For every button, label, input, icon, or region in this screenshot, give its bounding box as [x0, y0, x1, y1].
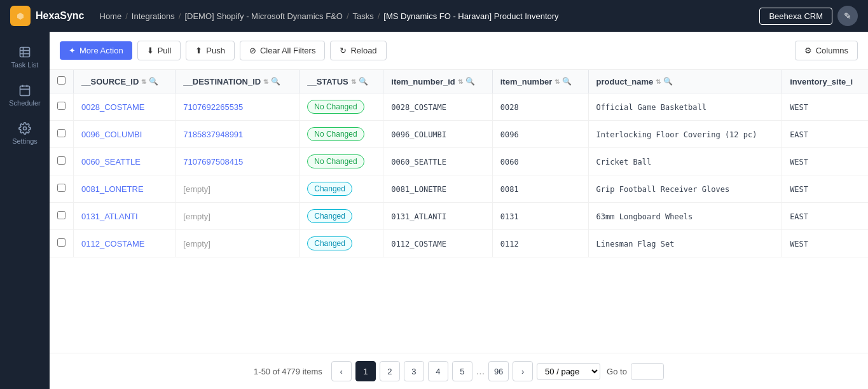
sort-item-number-icon[interactable]: ⇅ — [555, 78, 560, 85]
sidebar-item-tasklist[interactable]: Task List — [3, 39, 46, 75]
source-id-value[interactable]: 0131_ATLANTI — [81, 212, 138, 221]
row-checkbox[interactable] — [57, 102, 65, 110]
user-avatar[interactable]: ✎ — [837, 6, 858, 26]
row-checkbox[interactable] — [57, 129, 65, 137]
item-number-cell: 0060 — [492, 148, 588, 175]
sort-item-number-id-icon[interactable]: ⇅ — [458, 78, 463, 85]
reload-button[interactable]: ↻ Reload — [330, 41, 386, 60]
product-name-value: Cricket Ball — [596, 158, 652, 167]
page-2-button[interactable]: 2 — [380, 361, 400, 381]
item-number-value: 0028 — [500, 103, 519, 112]
search-source-id-icon[interactable]: 🔍 — [149, 77, 158, 86]
page-3-button[interactable]: 3 — [404, 361, 424, 381]
item-number-value: 0131 — [500, 212, 519, 221]
destination-id[interactable]: 7107697508415 — [183, 157, 243, 167]
inventory-site-value: EAST — [790, 130, 808, 139]
clear-all-filters-button[interactable]: ⊘ Clear All Filters — [240, 41, 325, 60]
status-cell: No Changed — [300, 121, 383, 148]
row-checkbox-cell — [50, 121, 74, 148]
item-number-cell: 0028 — [492, 93, 588, 121]
push-button[interactable]: ⬆ Push — [186, 41, 235, 60]
sidebar-item-scheduler[interactable]: Scheduler — [3, 78, 46, 113]
sort-status-icon[interactable]: ⇅ — [351, 78, 356, 85]
destination-id[interactable]: 7185837948991 — [183, 130, 243, 139]
page-1-button[interactable]: 1 — [355, 361, 376, 381]
select-all-checkbox[interactable] — [57, 76, 65, 85]
breadcrumb-current: [MS Dynamics FO - Haravan] Product Inven… — [383, 11, 558, 21]
breadcrumb-demo[interactable]: [DEMO] Shopify - Microsoft Dynamics F&O — [184, 11, 343, 21]
item-number-id-value: 0112_COSTAME — [391, 240, 446, 249]
logo[interactable]: HexaSync — [10, 6, 85, 26]
header-checkbox-col — [50, 70, 74, 93]
source-id-value[interactable]: 0081_LONETRE — [81, 184, 144, 194]
item-number-id-cell: 0112_COSTAME — [383, 230, 492, 257]
next-page-button[interactable]: › — [513, 361, 533, 381]
reload-icon: ↻ — [340, 46, 347, 55]
breadcrumb-integrations[interactable]: Integrations — [132, 11, 175, 21]
search-destination-id-icon[interactable]: 🔍 — [271, 77, 280, 86]
pagination-bar: 1-50 of 4779 items ‹ 1 2 3 4 5 ... 96 › … — [50, 353, 868, 389]
inventory-site-cell: WEST — [782, 93, 868, 121]
source-id-value[interactable]: 0096_COLUMBI — [81, 130, 142, 139]
main-content: ✦ More Action ⬇ Pull ⬆ Push ⊘ Clear All … — [50, 32, 868, 389]
tasklist-icon — [18, 46, 31, 58]
table-row: 0131_ATLANTI [empty] Changed 0131_ATLANT… — [50, 203, 868, 230]
columns-button[interactable]: ⚙ Columns — [795, 41, 858, 60]
breadcrumb-tasks[interactable]: Tasks — [353, 11, 374, 21]
source-id-value[interactable]: 0028_COSTAME — [81, 102, 144, 112]
breadcrumb-home[interactable]: Home — [100, 11, 122, 21]
crm-button[interactable]: Beehexa CRM — [759, 8, 832, 25]
header-item-number: item_number ⇅ 🔍 — [492, 70, 588, 93]
header-product-name: product_name ⇅ 🔍 — [588, 70, 782, 93]
row-checkbox[interactable] — [57, 184, 65, 192]
row-checkbox[interactable] — [57, 238, 65, 247]
more-action-button[interactable]: ✦ More Action — [60, 41, 132, 60]
pull-button[interactable]: ⬇ Pull — [137, 41, 181, 60]
item-number-id-value: 0060_SEATTLE — [391, 158, 446, 167]
topnav-right: Beehexa CRM ✎ — [759, 6, 858, 26]
prev-page-button[interactable]: ‹ — [331, 361, 352, 381]
inventory-site-value: WEST — [790, 103, 808, 112]
destination-id-cell: 7185837948991 — [176, 121, 300, 148]
row-checkbox-cell — [50, 148, 74, 175]
per-page-select[interactable]: 50 / page 100 / page 200 / page — [537, 363, 600, 380]
item-number-id-value: 0096_COLUMBI — [391, 130, 446, 139]
destination-id: [empty] — [183, 184, 210, 194]
search-item-number-id-icon[interactable]: 🔍 — [465, 77, 475, 86]
pull-icon: ⬇ — [147, 46, 154, 55]
sort-product-name-icon[interactable]: ⇅ — [656, 78, 661, 85]
source-id-value[interactable]: 0112_COSTAME — [81, 239, 144, 249]
page-5-button[interactable]: 5 — [452, 361, 472, 381]
source-id-value[interactable]: 0060_SEATTLE — [81, 157, 141, 167]
last-page-button[interactable]: 96 — [488, 361, 509, 381]
table-wrapper: __SOURCE_ID ⇅ 🔍 __DESTINATION_ID ⇅ 🔍 — [50, 70, 868, 353]
search-status-icon[interactable]: 🔍 — [359, 77, 368, 86]
search-product-name-icon[interactable]: 🔍 — [663, 77, 673, 86]
inventory-site-value: WEST — [790, 158, 808, 167]
search-item-number-icon[interactable]: 🔍 — [562, 77, 572, 86]
page-4-button[interactable]: 4 — [428, 361, 448, 381]
inventory-site-value: EAST — [790, 212, 808, 221]
status-badge: Changed — [307, 182, 352, 196]
status-badge: Changed — [307, 209, 352, 223]
pagination-info: 1-50 of 4779 items — [254, 367, 322, 376]
item-number-id-value: 0131_ATLANTI — [391, 212, 446, 221]
goto-input[interactable] — [631, 363, 664, 380]
row-checkbox-cell — [50, 203, 74, 230]
sort-source-id-icon[interactable]: ⇅ — [141, 78, 146, 85]
sidebar-item-settings[interactable]: Settings — [3, 116, 46, 151]
sort-destination-id-icon[interactable]: ⇅ — [263, 78, 268, 85]
sidebar-tasklist-label: Task List — [11, 61, 39, 69]
filter-icon: ⊘ — [249, 46, 256, 55]
product-name-value: Official Game Basketball — [596, 103, 706, 112]
destination-id-cell: [empty] — [176, 203, 300, 230]
item-number-value: 0081 — [500, 185, 519, 194]
status-badge: No Changed — [307, 127, 364, 141]
header-destination-id: __DESTINATION_ID ⇅ 🔍 — [176, 70, 300, 93]
row-checkbox[interactable] — [57, 156, 65, 165]
destination-id[interactable]: 7107692265535 — [183, 102, 243, 112]
table-row: 0081_LONETRE [empty] Changed 0081_LONETR… — [50, 175, 868, 203]
source-id-cell: 0081_LONETRE — [74, 175, 176, 203]
table-row: 0096_COLUMBI 7185837948991 No Changed 00… — [50, 121, 868, 148]
row-checkbox[interactable] — [57, 211, 65, 219]
